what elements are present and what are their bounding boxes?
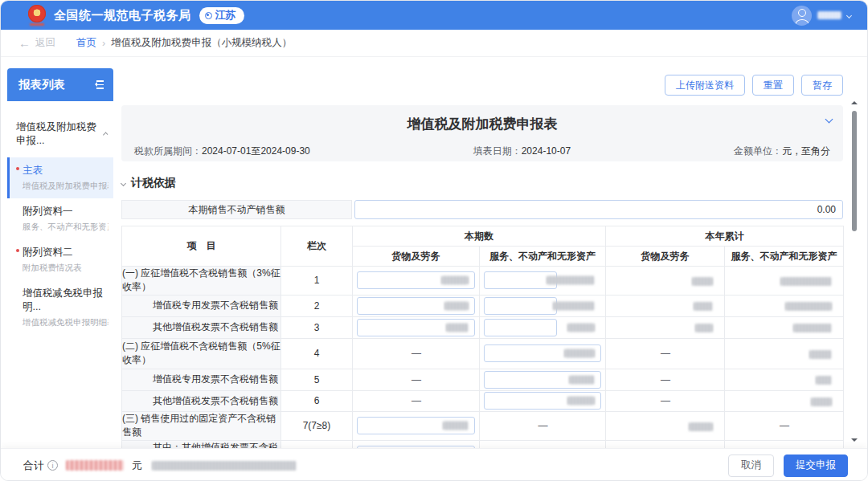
national-emblem-icon <box>28 5 46 22</box>
app-window: 全国统一规范电子税务局 江苏 ← 返回 首页 › 增值税及附加税费申报（小规模纳… <box>0 0 868 481</box>
amount-cell <box>480 390 606 411</box>
redacted-value <box>567 397 595 406</box>
amount-cell <box>353 440 480 448</box>
row-label: 增值税专用发票不含税销售额 <box>122 295 281 316</box>
user-menu[interactable] <box>792 6 851 26</box>
redacted-value <box>793 324 832 332</box>
redacted-value <box>785 302 832 311</box>
sidebar-item-subtitle: 增值税及附加税费申报表 <box>23 181 108 192</box>
sidebar-group-toggle[interactable]: 增值税及附加税费申报... <box>7 101 113 157</box>
na-cell: — <box>725 411 844 440</box>
sidebar-item[interactable]: 附列资料二附加税费情况表 <box>7 239 113 280</box>
declaration-table: 项 目 栏次 本期数 本年累计 货物及劳务 服务、不动产和无形资产 货物及劳务 … <box>121 226 844 448</box>
na-dash: — <box>780 420 788 431</box>
col-header-goods-current: 货物及劳务 <box>353 247 480 267</box>
row-label: 其中：其他增值税发票不含税销售额 <box>122 440 281 448</box>
table-row: (二) 应征增值税不含税销售额（5%征收率）4—— <box>122 338 844 369</box>
redacted-value <box>694 302 713 311</box>
readonly-amount-cell <box>725 316 844 338</box>
breadcrumb-current: 增值税及附加税费申报（小规模纳税人） <box>111 36 292 50</box>
avatar[interactable] <box>792 6 812 26</box>
sidebar-item[interactable]: 附列资料一服务、不动产和无形资产扣.. <box>7 198 113 239</box>
estate-sales-label: 本期销售不动产销售额 <box>121 200 352 219</box>
table-row: 增值税专用发票不含税销售额5—— <box>122 369 844 390</box>
amount-input[interactable] <box>484 271 557 289</box>
region-label: 江苏 <box>215 8 236 22</box>
back-arrow-icon[interactable]: ← <box>18 36 31 50</box>
cancel-button[interactable]: 取消 <box>728 455 774 477</box>
na-cell: — <box>606 369 725 390</box>
redacted-value <box>446 323 469 332</box>
info-icon[interactable]: i <box>47 460 58 471</box>
breadcrumb: ← 返回 首页 › 增值税及附加税费申报（小规模纳税人） <box>1 30 867 57</box>
form-meta-row: 税款所属期间：2024-07-01至2024-09-30 填表日期：2024-1… <box>121 133 843 158</box>
redacted-value <box>809 350 832 359</box>
redacted-value <box>780 277 832 286</box>
chevron-down-icon <box>846 12 852 18</box>
temp-save-button[interactable]: 暂存 <box>801 75 843 96</box>
sidebar-item[interactable]: 增值税减免税申报明...增值税减免税申报明细表 <box>7 280 113 335</box>
row-label: 其他增值税发票不含税销售额 <box>122 316 281 338</box>
sidebar-item-label: 附列资料一 <box>23 206 73 217</box>
na-dash: — <box>661 395 669 406</box>
main-content: 上传附送资料 重置 暂存 增值税及附加税费申报表 税款所属期间：2024-07-… <box>121 57 843 448</box>
user-name-redacted <box>817 11 841 19</box>
redacted-value <box>547 276 595 285</box>
fill-date: 填表日期：2024-10-07 <box>473 145 571 158</box>
section-chevron-icon[interactable] <box>121 180 126 185</box>
reset-button[interactable]: 重置 <box>752 75 794 96</box>
sidebar-item-subtitle: 附加税费情况表 <box>23 263 108 274</box>
amount-input[interactable] <box>484 319 557 336</box>
row-number: 2 <box>281 295 353 316</box>
scroll-down-arrow[interactable] <box>851 438 858 442</box>
readonly-amount-cell <box>606 440 725 448</box>
amount-cell <box>480 267 606 296</box>
upload-attachments-button[interactable]: 上传附送资料 <box>665 75 745 96</box>
row-label: (一) 应征增值税不含税销售额（3%征收率） <box>122 267 281 296</box>
readonly-amount-cell <box>725 267 844 296</box>
redacted-value <box>444 301 469 310</box>
amount-input[interactable] <box>484 297 557 315</box>
amount-cell <box>480 369 606 390</box>
required-dot <box>16 249 19 252</box>
na-cell: — <box>480 411 606 440</box>
table-row: (一) 应征增值税不含税销售额（3%征收率）1 <box>122 267 844 296</box>
collapse-sidebar-icon[interactable] <box>92 80 104 89</box>
table-row: 增值税专用发票不含税销售额2 <box>122 295 844 316</box>
na-cell: — <box>353 390 480 411</box>
scroll-up-arrow[interactable] <box>851 101 858 104</box>
scrollbar-thumb[interactable] <box>852 111 857 231</box>
readonly-amount-cell <box>725 338 844 369</box>
form-toolbar: 上传附送资料 重置 暂存 <box>121 75 843 96</box>
report-list-sidebar: 报表列表 增值税及附加税费申报... 主表增值税及附加税费申报表附列资料一服务、… <box>7 68 113 335</box>
page-body: 报表列表 增值税及附加税费申报... 主表增值税及附加税费申报表附列资料一服务、… <box>1 57 867 448</box>
na-cell: — <box>480 440 606 448</box>
row-number: 5 <box>281 369 353 390</box>
readonly-amount-cell <box>606 316 725 338</box>
col-header-current-period: 本期数 <box>353 226 606 247</box>
row-number: 4 <box>281 338 353 369</box>
sidebar-item-label: 主表 <box>23 165 43 176</box>
na-dash: — <box>411 395 420 406</box>
sidebar-title: 报表列表 <box>18 77 65 92</box>
amount-cell <box>480 295 606 316</box>
back-button[interactable]: 返回 <box>35 36 55 50</box>
region-badge[interactable]: 江苏 <box>199 7 244 24</box>
sidebar-item-subtitle: 增值税减免税申报明细表 <box>23 317 108 328</box>
readonly-amount-cell <box>725 369 844 390</box>
amount-cell <box>353 267 480 296</box>
na-cell: — <box>353 369 480 390</box>
form-title-panel: 增值税及附加税费申报表 税款所属期间：2024-07-01至2024-09-30… <box>121 105 843 161</box>
estate-sales-input[interactable] <box>354 200 843 219</box>
readonly-amount-cell <box>725 295 844 316</box>
col-header-no: 栏次 <box>281 226 353 267</box>
breadcrumb-home-link[interactable]: 首页 <box>76 36 96 50</box>
submit-declaration-button[interactable]: 提交申报 <box>784 455 848 477</box>
col-header-year-total: 本年累计 <box>606 226 844 247</box>
emblem-caption <box>30 23 44 26</box>
col-header-goods-ytd: 货物及劳务 <box>606 247 725 267</box>
row-label: 其他增值税发票不含税销售额 <box>122 390 281 411</box>
top-bar: 全国统一规范电子税务局 江苏 <box>1 1 867 30</box>
sidebar-item[interactable]: 主表增值税及附加税费申报表 <box>7 157 113 198</box>
amount-cell <box>480 338 606 369</box>
